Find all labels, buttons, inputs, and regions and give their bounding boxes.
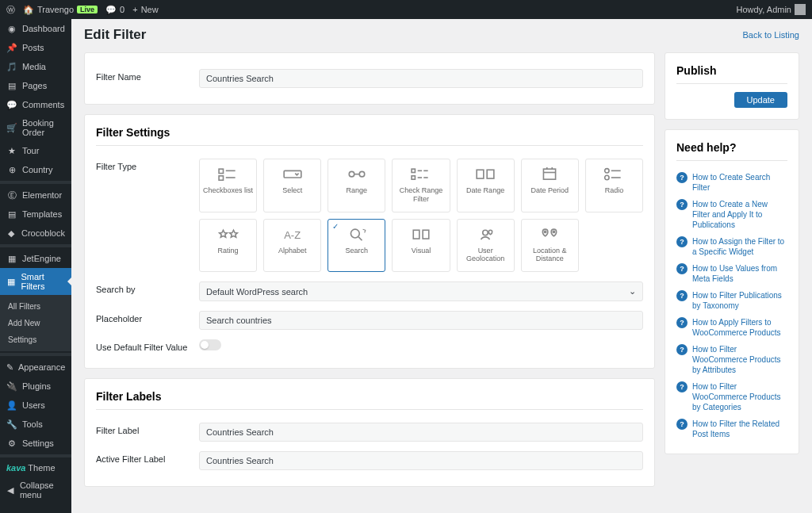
howdy-text: Howdy, Admin <box>737 5 792 14</box>
type-card-rating[interactable]: Rating <box>199 219 257 273</box>
help-icon: ? <box>676 290 688 301</box>
type-card-radio[interactable]: Radio <box>585 159 643 212</box>
svg-point-6 <box>359 172 364 177</box>
searchby-label: Search by <box>96 281 199 294</box>
svg-point-20 <box>605 169 609 173</box>
help-link[interactable]: How to Create Search Filter <box>692 172 787 193</box>
type-card-checkrange[interactable]: Check Range Filter <box>392 159 450 212</box>
comments-bubble[interactable]: 💬 0 <box>105 5 124 15</box>
globe-icon: ⊕ <box>6 164 17 175</box>
labels-heading: Filter Labels <box>96 390 643 410</box>
gauge-icon: ◉ <box>6 23 17 34</box>
help-icon: ? <box>676 381 688 392</box>
admin-sidebar: ◉Dashboard📌Posts🎵Media▤Pages💬Comments🛒Bo… <box>0 19 71 513</box>
help-link[interactable]: How to Filter WooCommerce Products by Ca… <box>692 381 787 412</box>
searchby-select[interactable]: Default WordPress search⌄ <box>199 281 643 301</box>
type-card-visual[interactable]: Visual <box>392 219 450 273</box>
collapse-menu[interactable]: ◀Collapse menu <box>0 477 71 503</box>
sidebar-item-posts[interactable]: 📌Posts <box>0 38 71 57</box>
type-card-loc[interactable]: Location & Distance <box>521 219 579 273</box>
sidebar-item-dashboard[interactable]: ◉Dashboard <box>0 19 71 38</box>
type-card-select[interactable]: Select <box>263 159 321 212</box>
howdy-link[interactable]: Howdy, Admin <box>737 4 806 15</box>
brush-icon: ✎ <box>6 362 13 373</box>
page-title: Edit Filter <box>84 27 146 43</box>
filter-labels-panel: Filter Labels Filter Label Active Filter… <box>84 378 655 487</box>
croco-icon: ◆ <box>6 228 17 239</box>
update-button[interactable]: Update <box>734 92 787 108</box>
tool-icon: 🔧 <box>6 419 17 430</box>
dateperiod-icon <box>539 167 560 182</box>
sidebar-item-settings[interactable]: ⚙Settings <box>0 434 71 453</box>
sidebar-sub-add-new[interactable]: Add New <box>0 315 71 331</box>
sidebar-item-jetengine[interactable]: ▦JetEngine <box>0 249 71 268</box>
help-icon: ? <box>676 172 688 183</box>
placeholder-input[interactable] <box>199 311 643 330</box>
rating-icon <box>218 228 239 242</box>
filter-name-input[interactable] <box>199 69 643 88</box>
sidebar-item-label: Plugins <box>22 381 51 391</box>
sidebar-item-plugins[interactable]: 🔌Plugins <box>0 377 71 396</box>
sidebar-item-tools[interactable]: 🔧Tools <box>0 415 71 434</box>
help-link[interactable]: How to Create a New Filter and Apply It … <box>692 199 787 230</box>
sidebar-item-smart-filters[interactable]: ▦Smart Filters <box>0 268 71 295</box>
sidebar-item-label: Country <box>22 165 53 174</box>
svg-rect-15 <box>487 170 494 179</box>
sidebar-sub-all-filters[interactable]: All Filters <box>0 298 71 315</box>
type-card-checkboxes[interactable]: Checkboxes list <box>199 159 257 212</box>
checkboxes-icon <box>218 167 239 182</box>
sidebar-item-templates[interactable]: ▤Templates <box>0 205 71 224</box>
sidebar-sub-settings[interactable]: Settings <box>0 331 71 348</box>
sidebar-item-label: JetEngine <box>22 254 61 263</box>
sidebar-item-media[interactable]: 🎵Media <box>0 57 71 76</box>
sidebar-item-comments[interactable]: 💬Comments <box>0 95 71 114</box>
radio-icon <box>603 167 624 182</box>
sidebar-item-label: Smart Filters <box>21 272 65 291</box>
sidebar-item-users[interactable]: 👤Users <box>0 396 71 415</box>
type-card-dateperiod[interactable]: Date Period <box>521 159 579 212</box>
filter-label-label: Filter Label <box>96 423 199 435</box>
sidebar-item-country[interactable]: ⊕Country <box>0 160 71 179</box>
collapse-label: Collapse menu <box>20 480 65 500</box>
new-button[interactable]: + New <box>132 5 158 14</box>
theme-item[interactable]: kava Theme <box>0 459 71 477</box>
sidebar-item-label: Comments <box>22 100 64 109</box>
site-link[interactable]: 🏠 Travengo Live <box>23 5 98 15</box>
type-card-geo[interactable]: User Geolocation <box>457 219 515 273</box>
sidebar-item-booking-order[interactable]: 🛒Booking Order <box>0 114 71 141</box>
type-card-alphabet[interactable]: A-ZAlphabet <box>263 219 321 273</box>
help-link[interactable]: How to Filter the Related Post Items <box>692 419 787 439</box>
theme-brand: kava <box>6 463 25 473</box>
svg-rect-11 <box>412 176 415 179</box>
type-card-range[interactable]: Range <box>327 159 385 212</box>
default-value-toggle[interactable] <box>199 339 221 350</box>
help-link[interactable]: How to Apply Filters to WooCommerce Prod… <box>692 317 787 338</box>
sidebar-item-elementor[interactable]: ⒺElementor <box>0 186 71 205</box>
sidebar-item-label: Dashboard <box>22 24 65 33</box>
comment-count: 0 <box>120 5 124 14</box>
user-icon: 👤 <box>6 400 17 411</box>
filter-label-input[interactable] <box>199 423 643 442</box>
daterange-icon <box>475 167 496 182</box>
type-card-daterange[interactable]: Date Range <box>457 159 515 212</box>
help-link[interactable]: How to Filter Publications by Taxonomy <box>692 290 787 311</box>
sidebar-item-pages[interactable]: ▤Pages <box>0 76 71 95</box>
active-label-input[interactable] <box>199 451 643 470</box>
sidebar-item-appearance[interactable]: ✎Appearance <box>0 358 71 377</box>
help-link[interactable]: How to Use Values from Meta Fields <box>692 263 787 284</box>
type-label: Check Range Filter <box>396 186 446 204</box>
wp-logo-icon[interactable]: ⓦ <box>6 4 15 16</box>
type-label: Search <box>346 247 369 255</box>
help-heading: Need help? <box>676 141 787 161</box>
help-link[interactable]: How to Filter WooCommerce Products by At… <box>692 344 787 375</box>
type-label: Range <box>347 186 368 195</box>
placeholder-label: Placeholder <box>96 311 199 323</box>
sidebar-item-crocoblock[interactable]: ◆Crocoblock <box>0 224 71 243</box>
range-icon <box>347 167 367 182</box>
help-link[interactable]: How to Assign the Filter to a Specific W… <box>692 236 787 257</box>
loc-icon <box>539 228 560 242</box>
jet-icon: ▦ <box>6 276 16 287</box>
back-link[interactable]: Back to Listing <box>742 30 799 40</box>
type-card-search[interactable]: ✓Search <box>327 219 385 273</box>
sidebar-item-tour[interactable]: ★Tour <box>0 141 71 160</box>
